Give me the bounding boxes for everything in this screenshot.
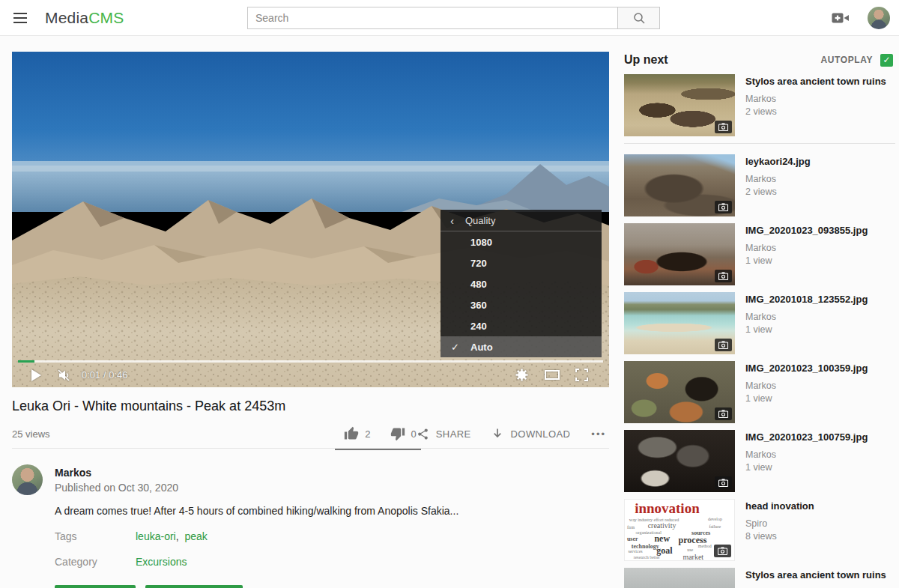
up-next-item[interactable]: Stylos area ancient town ruinsMarkos2 vi…	[624, 74, 895, 136]
share-button[interactable]: SHARE	[417, 428, 471, 440]
camera-badge-icon	[715, 270, 732, 282]
wordcloud-word: develop	[708, 517, 722, 521]
wordcloud-word: creativity	[648, 522, 676, 530]
checkmark-icon: ✓	[883, 55, 890, 65]
video-description: A dream comes true! After 4-5 hours of c…	[55, 505, 609, 517]
up-next-item-title[interactable]: head inovation	[745, 500, 814, 513]
delete-media-button[interactable]: DELETE MEDIA	[145, 585, 242, 588]
category-link[interactable]: Excursions	[136, 556, 187, 568]
up-next-item-info: IMG_20201018_123552.jpgMarkos1 view	[745, 292, 868, 354]
up-next-item-author: Markos	[745, 449, 868, 460]
more-actions-button[interactable]: •••	[591, 428, 606, 440]
up-next-item-title[interactable]: Stylos area ancient town ruins	[745, 76, 886, 88]
user-avatar[interactable]	[868, 7, 890, 29]
video-thumbnail[interactable]	[624, 292, 735, 354]
edit-media-button[interactable]: EDIT MEDIA	[55, 585, 136, 588]
quality-menu-header[interactable]: ‹ Quality	[441, 210, 602, 231]
wordcloud-word: innovation	[635, 501, 700, 515]
download-button[interactable]: DOWNLOAD	[491, 427, 571, 440]
up-next-item-views: 1 view	[745, 255, 868, 266]
up-next-item[interactable]: IMG_20201018_123552.jpgMarkos1 view	[624, 292, 895, 354]
up-next-item-author: Markos	[745, 174, 811, 184]
theater-mode-icon[interactable]	[545, 370, 560, 380]
share-icon	[417, 428, 429, 440]
up-next-item-title[interactable]: IMG_20201018_123552.jpg	[745, 294, 868, 306]
quality-option[interactable]: 480	[441, 273, 602, 294]
wordcloud-word: process	[679, 536, 707, 545]
author-row: Markos Published on Oct 30, 2020	[12, 464, 609, 495]
tags-row: Tags leuka-ori, peak	[55, 530, 609, 542]
author-name[interactable]: Markos	[55, 467, 178, 479]
quality-option[interactable]: 720	[441, 252, 602, 273]
up-next-item[interactable]: innovationway industry effort reduceddev…	[624, 499, 895, 561]
camera-badge-icon	[715, 201, 732, 213]
camera-badge-icon	[715, 339, 732, 351]
mute-icon[interactable]	[56, 368, 71, 383]
upload-media-icon[interactable]	[832, 11, 850, 25]
up-next-item-title[interactable]: IMG_20201023_093855.jpg	[745, 225, 868, 237]
logo-text-media: Media	[45, 9, 88, 26]
up-next-item-author: Markos	[745, 312, 868, 322]
wordcloud-word: market	[682, 554, 703, 561]
quality-option[interactable]: ✓Auto	[441, 336, 602, 357]
up-next-item-author: Markos	[745, 94, 886, 104]
up-next-item-title[interactable]: Stylos area ancient town ruins	[745, 569, 886, 582]
video-thumbnail[interactable]	[624, 361, 735, 423]
up-next-item-title[interactable]: IMG_20201023_100359.jpg	[745, 363, 868, 375]
up-next-item[interactable]: leykaori24.jpgMarkos2 views	[624, 154, 895, 216]
quality-option-label: 360	[470, 300, 487, 311]
up-next-item-title[interactable]: leykaori24.jpg	[745, 156, 811, 169]
up-next-item-views: 1 view	[745, 324, 868, 335]
up-next-item[interactable]: IMG_20201023_093855.jpgMarkos1 view	[624, 223, 895, 285]
tag-link[interactable]: peak	[184, 530, 207, 542]
up-next-item-views: 2 views	[745, 187, 811, 197]
settings-gear-icon[interactable]	[515, 368, 529, 382]
up-next-item[interactable]: IMG_20201023_100759.jpgMarkos1 view	[624, 430, 895, 492]
category-label: Category	[55, 556, 136, 568]
quality-option[interactable]: 1080	[441, 231, 602, 252]
header-actions	[832, 7, 899, 29]
dislike-button[interactable]: 0	[390, 426, 417, 441]
tag-link[interactable]: leuka-ori	[136, 530, 176, 542]
logo-text-cms: CMS	[88, 9, 124, 26]
video-thumbnail[interactable]: innovationway industry effort reduceddev…	[624, 499, 735, 561]
up-next-item-author: Markos	[745, 381, 868, 391]
up-next-item[interactable]: Stylos area ancient town ruins	[624, 568, 895, 588]
media-buttons-row: EDIT MEDIA DELETE MEDIA	[55, 585, 609, 588]
hamburger-menu-icon[interactable]	[13, 10, 28, 26]
video-thumbnail[interactable]	[624, 223, 735, 285]
main-column: ‹ Quality 1080720480360240✓Auto 0:01 /	[12, 36, 609, 588]
author-avatar[interactable]	[12, 464, 43, 495]
up-next-item-title[interactable]: IMG_20201023_100759.jpg	[745, 431, 868, 444]
like-button[interactable]: 2	[344, 426, 370, 441]
up-next-list: Stylos area ancient town ruinsMarkos2 vi…	[624, 74, 895, 588]
wordcloud-word: goal	[656, 546, 672, 555]
quality-menu-title: Quality	[465, 215, 495, 226]
search-input[interactable]	[247, 7, 618, 29]
wordcloud-word: research better	[634, 555, 660, 560]
quality-option[interactable]: 240	[441, 315, 602, 336]
tag-separator: ,	[176, 530, 182, 542]
wordcloud-word: firm	[627, 525, 635, 530]
video-meta-block: 25 views 2	[12, 426, 609, 449]
video-thumbnail[interactable]	[624, 568, 735, 588]
autoplay-checkbox[interactable]: ✓	[880, 54, 893, 67]
video-player[interactable]: ‹ Quality 1080720480360240✓Auto 0:01 /	[12, 52, 609, 387]
up-next-item[interactable]: IMG_20201023_100359.jpgMarkos1 view	[624, 361, 895, 423]
selected-check-icon: ✓	[451, 342, 470, 353]
play-button[interactable]	[31, 369, 41, 381]
video-thumbnail[interactable]	[624, 430, 735, 492]
camera-badge-icon	[715, 476, 732, 489]
published-date: Published on Oct 30, 2020	[55, 482, 178, 494]
video-thumbnail[interactable]	[624, 154, 735, 216]
quality-option[interactable]: 360	[441, 294, 602, 315]
video-thumbnail[interactable]	[624, 74, 735, 136]
app-logo[interactable]: MediaCMS	[45, 9, 124, 27]
up-next-item-info: Stylos area ancient town ruins	[745, 568, 886, 588]
wordcloud-word: method	[698, 544, 712, 548]
up-next-item-info: IMG_20201023_100359.jpgMarkos1 view	[745, 361, 868, 423]
wordcloud-word: failure	[709, 524, 721, 529]
search-button[interactable]	[618, 7, 660, 29]
fullscreen-icon[interactable]	[575, 369, 588, 381]
rate-underline	[335, 449, 420, 450]
